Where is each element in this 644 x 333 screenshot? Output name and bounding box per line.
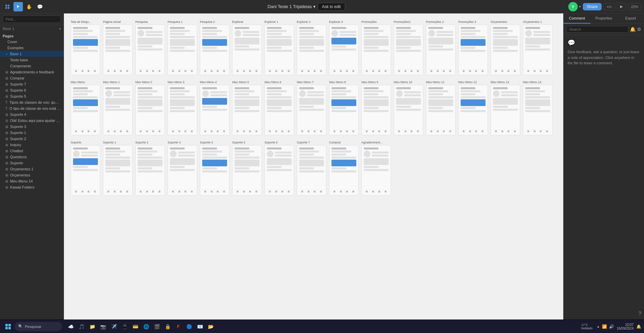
page-thumb[interactable]: Promoções (361, 20, 391, 75)
taskbar-icon-wallet[interactable]: 💳 (131, 322, 140, 331)
rp-tab-comment[interactable]: Comment (564, 13, 591, 24)
comment-tool-btn[interactable]: 💬 (35, 2, 44, 11)
page-thumb[interactable]: Página inicial (103, 20, 133, 75)
page-thumb[interactable]: Meu Menu 9 (361, 80, 391, 135)
page-thumb[interactable]: Suporte 6 (264, 141, 294, 196)
page-thumb[interactable]: Agradeciment... (361, 141, 391, 196)
page-thumb[interactable]: Meu Menu 13 (491, 80, 520, 135)
sidebar-item-suporte-1[interactable]: ⊞Suporte 1 (0, 130, 64, 136)
sidebar-item-suporte-4[interactable]: ⊞Suporte 4 (0, 111, 64, 118)
page-thumb[interactable]: Orçamentos (491, 20, 520, 75)
page-thumb[interactable]: Pesquisa 2 (200, 20, 229, 75)
page-thumb[interactable]: Suporte 3 (168, 141, 197, 196)
page-thumb[interactable]: Explorar (232, 20, 262, 75)
cursor-tool-btn[interactable] (13, 2, 23, 11)
share-button[interactable]: Share (583, 3, 602, 10)
sidebar-item-orçamentos-1[interactable]: ⊞Orçamentos 1 (0, 166, 64, 172)
sidebar-item-questions[interactable]: ⊞Questions (0, 154, 64, 160)
network-icon[interactable]: 📶 (602, 324, 607, 329)
page-thumb[interactable]: Meu Menu 6 (264, 80, 294, 135)
sidebar-item-kawaii-folders[interactable]: ⊞Kawaii Folders (0, 184, 64, 190)
taskbar-icon-folder[interactable]: 📁 (87, 322, 97, 331)
taskbar-icon-files[interactable]: 📂 (206, 322, 215, 331)
page-thumb[interactable]: Meu Menu 10 (394, 80, 423, 135)
page-thumb[interactable]: Explorar 1 (264, 20, 294, 75)
rp-tab-properties[interactable]: Properties (591, 13, 617, 24)
page-thumb[interactable]: Meu Menu 4 (200, 80, 229, 135)
page-thumb[interactable]: Suporte 7 (297, 141, 326, 196)
page-thumb[interactable]: Meu Menu 5 (232, 80, 262, 135)
taskbar-icon-figma[interactable]: F (174, 322, 183, 331)
search-input[interactable] (3, 15, 61, 23)
file-title[interactable]: Dani Teste 1 Tripideias ▾ (267, 4, 315, 9)
page-thumb[interactable]: Orçamentos 1 (523, 20, 552, 75)
taskbar-icon-browser[interactable]: 🌐 (141, 322, 151, 331)
avatar[interactable]: Y (568, 2, 578, 11)
rp-tab-export[interactable]: Export (617, 13, 644, 24)
code-button[interactable]: </> (604, 3, 615, 10)
sidebar-item-suporte-2[interactable]: ⊞Suporte 2 (0, 136, 64, 142)
home-tool-btn[interactable] (3, 2, 12, 11)
page-thumb[interactable]: Pesquisa (135, 20, 165, 75)
page-thumb[interactable]: Comprar (329, 141, 359, 196)
taskbar-icon-whatsapp[interactable]: 📱 (120, 322, 129, 331)
page-thumb[interactable]: Meu Menu (71, 80, 100, 135)
page-thumb[interactable]: Pesquisa 1 (168, 20, 197, 75)
taskbar-icon-music[interactable]: 🎵 (77, 322, 86, 331)
sidebar-item-base-1[interactable]: ✓Base 1 (0, 51, 64, 57)
volume-icon[interactable]: 🔊 (609, 324, 614, 329)
sidebar-item-comprar[interactable]: ⊞Comprar (0, 75, 64, 81)
sidebar-item-examples[interactable]: Examples (0, 45, 64, 51)
page-thumb[interactable]: Tela de bloqu... (71, 20, 100, 75)
page-thumb[interactable]: Meu Menu 14 (523, 80, 552, 135)
zoom-control[interactable]: 22% (628, 3, 641, 10)
taskbar-icon-video[interactable]: 🎬 (152, 322, 162, 331)
ask-to-edit-button[interactable]: Ask to edit (318, 3, 345, 11)
taskbar-icon-chrome[interactable]: 🔵 (184, 322, 194, 331)
sidebar-item-chatbot[interactable]: ⊞Chatbot (0, 148, 64, 154)
sidebar-item-cover[interactable]: Cover (0, 39, 64, 45)
sidebar-item-agradecimento-e-feed[interactable]: ⊞Agradecimento e feedback (0, 69, 64, 75)
sidebar-item-components[interactable]: Components (0, 63, 64, 69)
canvas-area[interactable]: Tela de bloqu...Página inicialPesquisaPe… (64, 13, 563, 320)
help-icon[interactable]: ? (638, 311, 641, 317)
sidebar-item-suporte-5[interactable]: ⊞Suporte 5 (0, 93, 64, 99)
page-thumb[interactable]: Suporte 1 (103, 141, 133, 196)
rp-search-input[interactable] (566, 26, 629, 33)
page-thumb[interactable]: Meu Menu 1 (103, 80, 133, 135)
page-thumb[interactable]: Promoções 3 (458, 20, 488, 75)
page-thumb[interactable]: Promoções1 (394, 20, 423, 75)
page-thumb[interactable]: Explorar 2 (297, 20, 326, 75)
sidebar-item-suporte-6[interactable]: ⊞Suporte 6 (0, 87, 64, 93)
notification-icon[interactable]: 🔔 (630, 27, 636, 32)
page-thumb[interactable]: Meu Menu 2 (135, 80, 165, 135)
page-thumb[interactable]: Suporte 2 (135, 141, 165, 196)
page-thumb[interactable]: Promoções 2 (426, 20, 456, 75)
clock[interactable]: 10:07 16/09/2024 (617, 323, 634, 330)
page-thumb[interactable]: Meu Menu 11 (426, 80, 456, 135)
sidebar-item-meu-menu-14[interactable]: ⊞Meu Menu 14 (0, 178, 64, 184)
page-thumb[interactable]: Meu Menu 3 (168, 80, 197, 135)
taskbar-search[interactable]: 🔍 Pesquisar (15, 322, 62, 331)
taskbar-icon-cloud[interactable]: ☁️ (66, 322, 75, 331)
sidebar-item-suporte-7[interactable]: ⊞Suporte 7 (0, 81, 64, 87)
sidebar-item-o-tipo-de-classe-de-[interactable]: TO tipo de classe de voo está relaci... (0, 105, 64, 111)
sidebar-item-orçamentos[interactable]: ⊞Orçamentos (0, 172, 64, 178)
page-thumb[interactable]: Suporte (71, 141, 100, 196)
taskbar-icon-security[interactable]: 🔒 (163, 322, 172, 331)
sidebar-item-suporte-3[interactable]: ⊞Suporte 3 (0, 124, 64, 130)
start-button[interactable] (3, 321, 13, 332)
sidebar-item-suporte[interactable]: ⊞Suporte (0, 160, 64, 166)
sidebar-item-olá!-estou-aqui-para[interactable]: ⊟Olá! Estou aqui para ajudar você n... (0, 118, 64, 124)
sidebar-item-tipos-de-classes-de-[interactable]: TTipos de classes de voo: quais são? (0, 99, 64, 105)
taskbar-icon-mail[interactable]: 📧 (195, 322, 205, 331)
taskbar-icon-photos[interactable]: 📷 (98, 322, 108, 331)
sidebar-item-inquiry[interactable]: ⊞Inquiry (0, 142, 64, 148)
page-thumb[interactable]: Meu Menu 7 (297, 80, 326, 135)
page-thumb[interactable]: Suporte 4 (200, 141, 229, 196)
play-button[interactable]: ▶ (617, 3, 626, 10)
page-thumb[interactable]: Explorar 3 (329, 20, 359, 75)
chevron-up-icon[interactable]: ▲ (597, 325, 600, 328)
sidebar-item-teste-base[interactable]: Teste base (0, 57, 64, 63)
filter-icon[interactable]: ⚙ (637, 27, 641, 32)
